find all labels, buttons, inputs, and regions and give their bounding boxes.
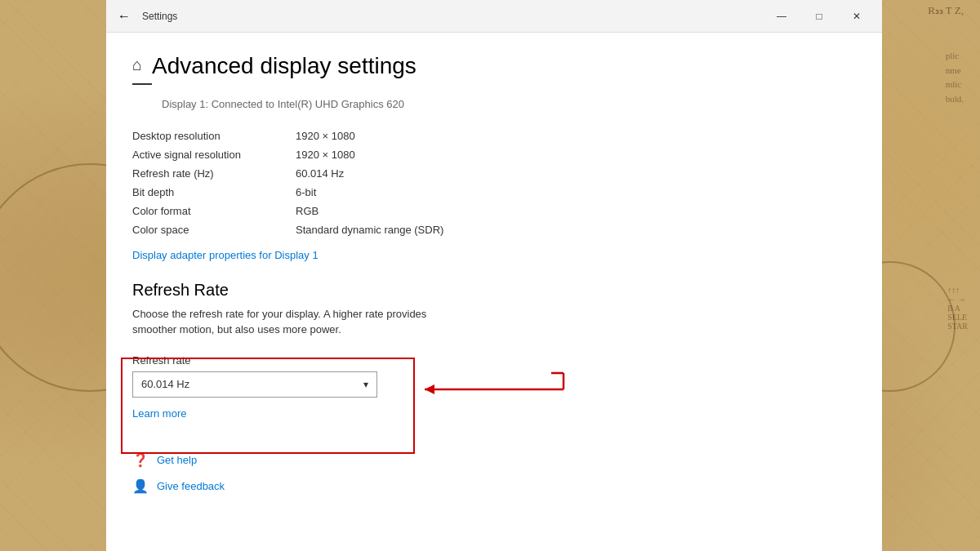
desktop-resolution-label: Desktop resolution [132,127,296,145]
color-space-label: Color space [132,220,296,239]
bg-decoration-right2: ↑↑↑ ← → B A SELE STAR [947,286,968,331]
give-feedback-label: Give feedback [157,480,225,492]
refresh-rate-dropdown[interactable]: 60.014 Hz ▾ [132,371,377,398]
title-bar-controls: — □ ✕ [763,3,875,29]
bit-depth-label: Bit depth [132,183,296,202]
page-subtitle: Display 1: Connected to Intel(R) UHD Gra… [162,98,856,110]
refresh-rate-current-value: 60.014 Hz [141,378,189,390]
active-signal-label: Active signal resolution [132,145,296,164]
refresh-rate-hz-label: Refresh rate (Hz) [132,164,296,183]
give-feedback-item[interactable]: 👤 Give feedback [132,478,856,495]
separator [132,83,152,85]
back-button[interactable]: ← [113,5,136,28]
color-format-value: RGB [296,202,856,220]
refresh-rate-hz-value: 60.014 Hz [296,164,856,183]
learn-more-link[interactable]: Learn more [132,407,856,420]
color-format-label: Color format [132,202,296,220]
dropdown-arrow-icon: ▾ [363,379,368,390]
give-feedback-icon: 👤 [132,478,149,495]
adapter-properties-link[interactable]: Display adapter properties for Display 1 [132,249,856,261]
desktop-resolution-value: 1920 × 1080 [296,127,856,145]
settings-window: ← Settings — □ ✕ ⌂ Advanced display sett… [106,0,882,551]
content-area: ⌂ Advanced display settings Display 1: C… [106,33,882,551]
bit-depth-value: 6-bit [296,183,856,202]
active-signal-value: 1920 × 1080 [296,145,856,164]
description-line1: Choose the refresh rate for your display… [132,308,426,320]
window-title: Settings [142,11,177,22]
get-help-icon: ❓ [132,452,149,469]
bg-decoration-top-right: R₃₃ T Z, [928,4,964,17]
description-line2: smoother motion, but also uses more powe… [132,323,341,335]
refresh-rate-label: Refresh rate [132,354,856,367]
home-icon: ⌂ [132,56,142,74]
get-help-label: Get help [157,454,197,466]
refresh-rate-description: Choose the refresh rate for your display… [132,306,856,338]
close-button[interactable]: ✕ [838,3,875,29]
title-bar: ← Settings — □ ✕ [106,0,882,33]
page-title: Advanced display settings [152,52,416,80]
refresh-rate-section: Refresh rate 60.014 Hz ▾ Learn more [132,354,856,420]
page-header: ⌂ Advanced display settings [132,52,856,80]
bg-decoration-right: plic nme mlic buld. [946,49,964,106]
footer-links: ❓ Get help 👤 Give feedback [132,452,856,495]
get-help-item[interactable]: ❓ Get help [132,452,856,469]
refresh-rate-title: Refresh Rate [132,281,856,300]
title-bar-left: ← Settings [113,5,177,28]
back-icon: ← [118,9,131,24]
color-space-value: Standard dynamic range (SDR) [296,220,856,239]
display-info-table: Desktop resolution 1920 × 1080 Active si… [132,127,856,239]
minimize-button[interactable]: — [763,3,800,29]
maximize-button[interactable]: □ [800,3,838,29]
